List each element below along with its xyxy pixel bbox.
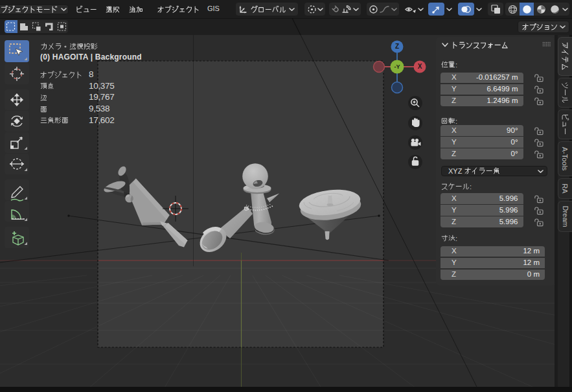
svg-text:-Y: -Y — [395, 63, 400, 70]
svg-text:X: X — [418, 63, 422, 70]
svg-text:Z: Z — [395, 43, 399, 50]
